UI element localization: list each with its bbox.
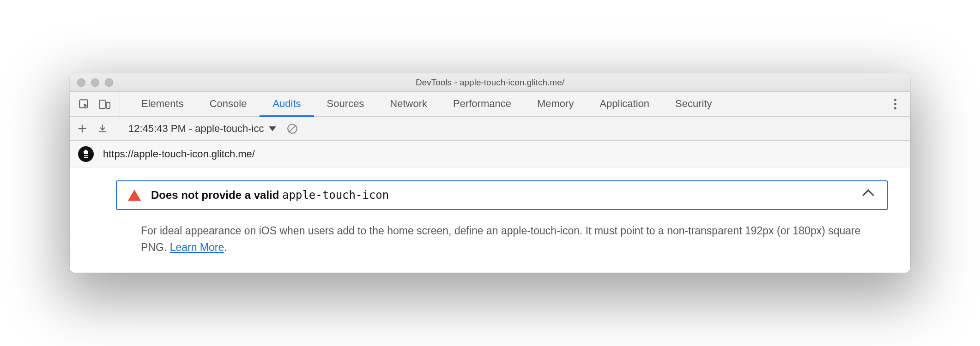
tab-label: Memory bbox=[537, 98, 574, 110]
audit-title: Does not provide a valid apple-touch-ico… bbox=[151, 189, 854, 202]
inspect-element-icon[interactable] bbox=[78, 98, 90, 110]
svg-rect-4 bbox=[84, 153, 88, 158]
tab-label: Performance bbox=[453, 98, 511, 110]
svg-rect-5 bbox=[84, 154, 88, 155]
audit-title-text: Does not provide a valid bbox=[151, 189, 282, 201]
new-audit-icon[interactable] bbox=[77, 124, 87, 134]
chevron-down-icon bbox=[269, 126, 276, 131]
tab-performance[interactable]: Performance bbox=[440, 92, 524, 117]
audit-description: For ideal appearance on iOS when users a… bbox=[141, 223, 864, 256]
tab-audits[interactable]: Audits bbox=[260, 92, 314, 117]
tab-label: Sources bbox=[327, 98, 364, 110]
toolbar-separator bbox=[118, 120, 118, 137]
devtools-tabbar: Elements Console Audits Sources Network … bbox=[70, 92, 910, 117]
lighthouse-icon bbox=[78, 146, 94, 162]
more-options-icon[interactable] bbox=[891, 96, 899, 112]
tab-label: Application bbox=[599, 98, 649, 110]
tab-application[interactable]: Application bbox=[587, 92, 662, 117]
tab-label: Elements bbox=[141, 98, 184, 110]
tab-security[interactable]: Security bbox=[662, 92, 725, 117]
audit-content: Does not provide a valid apple-touch-ico… bbox=[70, 167, 910, 272]
device-toolbar-icon[interactable] bbox=[98, 98, 111, 110]
tab-label: Network bbox=[390, 98, 427, 110]
audit-description-suffix: . bbox=[224, 241, 227, 253]
audits-toolbar: 12:45:43 PM - apple-touch-icc bbox=[70, 117, 910, 141]
close-window-button[interactable] bbox=[77, 78, 85, 87]
fail-triangle-icon bbox=[128, 190, 141, 201]
tab-sources[interactable]: Sources bbox=[314, 92, 377, 117]
window-controls bbox=[70, 78, 113, 87]
minimize-window-button[interactable] bbox=[91, 78, 99, 87]
audit-urlbar: https://apple-touch-icon.glitch.me/ bbox=[70, 141, 910, 167]
audit-description-text: For ideal appearance on iOS when users a… bbox=[141, 225, 861, 253]
tab-memory[interactable]: Memory bbox=[524, 92, 587, 117]
audit-title-code: apple-touch-icon bbox=[282, 189, 389, 202]
download-report-icon[interactable] bbox=[97, 124, 108, 134]
report-selector[interactable]: 12:45:43 PM - apple-touch-icc bbox=[128, 123, 276, 135]
clear-icon[interactable] bbox=[286, 123, 298, 135]
audit-item[interactable]: Does not provide a valid apple-touch-ico… bbox=[116, 180, 888, 210]
chevron-up-icon[interactable] bbox=[862, 190, 874, 201]
svg-rect-2 bbox=[106, 102, 110, 108]
tabbar-leading-tools bbox=[73, 92, 120, 116]
tab-elements[interactable]: Elements bbox=[128, 92, 197, 117]
window-titlebar: DevTools - apple-touch-icon.glitch.me/ bbox=[70, 73, 910, 92]
learn-more-link[interactable]: Learn More bbox=[170, 241, 224, 253]
tab-label: Audits bbox=[272, 98, 301, 110]
svg-rect-6 bbox=[84, 156, 88, 157]
report-selector-label: 12:45:43 PM - apple-touch-icc bbox=[128, 123, 264, 135]
tabbar-trailing bbox=[891, 96, 907, 112]
svg-rect-1 bbox=[99, 100, 105, 108]
svg-rect-0 bbox=[79, 100, 87, 107]
tab-label: Security bbox=[675, 98, 712, 110]
tab-network[interactable]: Network bbox=[377, 92, 440, 117]
devtools-window: DevTools - apple-touch-icon.glitch.me/ E… bbox=[70, 73, 910, 272]
tab-label: Console bbox=[210, 98, 247, 110]
tab-console[interactable]: Console bbox=[197, 92, 260, 117]
devtools-tabs: Elements Console Audits Sources Network … bbox=[128, 92, 725, 116]
maximize-window-button[interactable] bbox=[105, 78, 113, 87]
audit-url: https://apple-touch-icon.glitch.me/ bbox=[103, 148, 255, 160]
window-title: DevTools - apple-touch-icon.glitch.me/ bbox=[70, 78, 910, 88]
